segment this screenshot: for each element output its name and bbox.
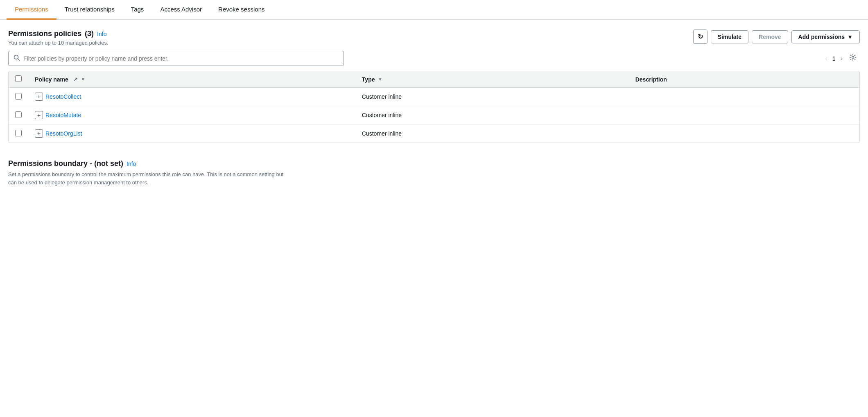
row1-name-cell: + ResotoCollect xyxy=(28,88,355,106)
row2-policy-link[interactable]: ResotoMutate xyxy=(45,112,81,118)
policies-table: Policy name ↗ ▼ Type ▼ Description xyxy=(9,71,859,143)
tab-tags[interactable]: Tags xyxy=(123,0,152,20)
tab-revoke-sessions[interactable]: Revoke sessions xyxy=(210,0,273,20)
table-settings-button[interactable] xyxy=(846,52,860,65)
policies-subtitle: You can attach up to 10 managed policies… xyxy=(8,40,108,46)
section-title: Permissions policies xyxy=(8,29,81,38)
row3-checkbox[interactable] xyxy=(15,130,22,136)
type-sort-icon[interactable]: ▼ xyxy=(378,77,382,82)
refresh-button[interactable]: ↻ xyxy=(693,29,708,44)
policies-table-wrapper: Policy name ↗ ▼ Type ▼ Description xyxy=(8,71,860,143)
permissions-policies-header: Permissions policies (3) Info You can at… xyxy=(8,29,860,46)
row1-policy-link[interactable]: ResotoCollect xyxy=(45,93,81,100)
add-permissions-arrow-icon: ▼ xyxy=(847,34,853,40)
simulate-label: Simulate xyxy=(718,34,741,40)
type-col-label: Type xyxy=(362,76,375,83)
row2-desc-cell xyxy=(629,106,859,125)
row2-checkbox[interactable] xyxy=(15,111,22,118)
description-col-label: Description xyxy=(635,76,667,83)
policies-count-badge: (3) xyxy=(85,29,94,38)
tabs-nav: Permissions Trust relationships Tags Acc… xyxy=(0,0,868,20)
select-all-header xyxy=(9,71,28,88)
next-page-button[interactable]: › xyxy=(837,53,846,64)
search-area xyxy=(8,51,344,66)
row2-checkbox-cell xyxy=(9,106,28,125)
description-header: Description xyxy=(629,71,859,88)
row1-expand-icon[interactable]: + xyxy=(35,93,43,101)
policy-name-ext-icon: ↗ xyxy=(73,76,78,82)
simulate-button[interactable]: Simulate xyxy=(711,30,748,43)
table-row: + ResotoOrgList Customer inline xyxy=(9,125,859,143)
table-header-row: Policy name ↗ ▼ Type ▼ Description xyxy=(9,71,859,88)
boundary-title: Permissions boundary - (not set) xyxy=(8,159,123,168)
table-row: + ResotoMutate Customer inline xyxy=(9,106,859,125)
search-pagination-row: ‹ 1 › xyxy=(8,51,860,66)
action-buttons: ↻ Simulate Remove Add permissions ▼ xyxy=(693,29,860,44)
refresh-icon: ↻ xyxy=(698,33,703,41)
boundary-description: Set a permissions boundary to control th… xyxy=(8,170,287,186)
right-controls: ‹ 1 › xyxy=(822,52,860,65)
row3-name-cell: + ResotoOrgList xyxy=(28,125,355,143)
row1-checkbox[interactable] xyxy=(15,93,22,100)
row2-expand-icon[interactable]: + xyxy=(35,111,43,119)
row1-checkbox-cell xyxy=(9,88,28,106)
table-body: + ResotoCollect Customer inline + xyxy=(9,88,859,143)
search-input[interactable] xyxy=(23,55,339,62)
svg-point-2 xyxy=(852,57,854,59)
remove-label: Remove xyxy=(759,34,781,40)
permissions-boundary-section: Permissions boundary - (not set) Info Se… xyxy=(8,156,860,186)
tab-permissions[interactable]: Permissions xyxy=(7,0,57,20)
add-permissions-button[interactable]: Add permissions ▼ xyxy=(791,30,860,43)
svg-line-1 xyxy=(18,59,20,61)
add-permissions-label: Add permissions xyxy=(798,34,845,40)
page-number: 1 xyxy=(831,55,837,62)
tab-trust-relationships[interactable]: Trust relationships xyxy=(57,0,123,20)
prev-page-button[interactable]: ‹ xyxy=(822,53,831,64)
row2-type-cell: Customer inline xyxy=(355,106,629,125)
row3-checkbox-cell xyxy=(9,125,28,143)
main-content: Permissions policies (3) Info You can at… xyxy=(0,20,868,196)
search-icon xyxy=(14,54,20,62)
table-row: + ResotoCollect Customer inline xyxy=(9,88,859,106)
tab-access-advisor[interactable]: Access Advisor xyxy=(152,0,210,20)
row3-policy-link[interactable]: ResotoOrgList xyxy=(45,130,82,137)
search-container[interactable] xyxy=(8,51,344,66)
info-link[interactable]: Info xyxy=(97,31,106,37)
row2-name-cell: + ResotoMutate xyxy=(28,106,355,125)
policy-name-header[interactable]: Policy name ↗ ▼ xyxy=(28,71,355,88)
row1-desc-cell xyxy=(629,88,859,106)
boundary-info-link[interactable]: Info xyxy=(127,161,136,167)
row3-type-cell: Customer inline xyxy=(355,125,629,143)
row1-type-cell: Customer inline xyxy=(355,88,629,106)
type-header[interactable]: Type ▼ xyxy=(355,71,629,88)
remove-button[interactable]: Remove xyxy=(752,30,788,43)
row3-expand-icon[interactable]: + xyxy=(35,129,43,138)
policy-name-sort-icon[interactable]: ▼ xyxy=(81,77,85,82)
select-all-checkbox[interactable] xyxy=(15,75,22,82)
policy-name-col-label: Policy name xyxy=(35,76,68,83)
row3-desc-cell xyxy=(629,125,859,143)
